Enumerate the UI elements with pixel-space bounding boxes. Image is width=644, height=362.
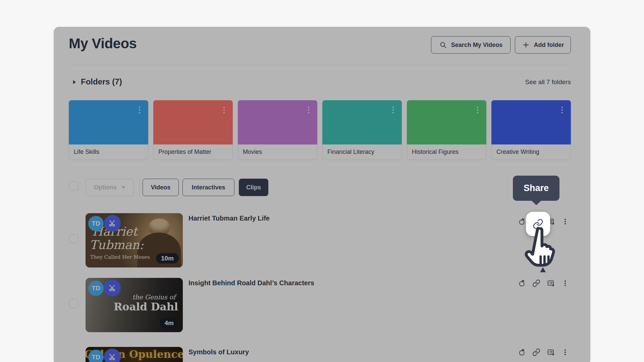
tooltip-tail	[531, 200, 541, 205]
share-tooltip: Share	[513, 176, 559, 201]
share-tooltip-label: Share	[524, 183, 549, 193]
share-link-icon	[533, 219, 543, 229]
highlighted-share-link-button[interactable]	[526, 212, 550, 236]
tutorial-dim-overlay	[54, 27, 590, 362]
my-videos-panel: My Videos Search My Videos Add folder Fo…	[54, 27, 590, 362]
